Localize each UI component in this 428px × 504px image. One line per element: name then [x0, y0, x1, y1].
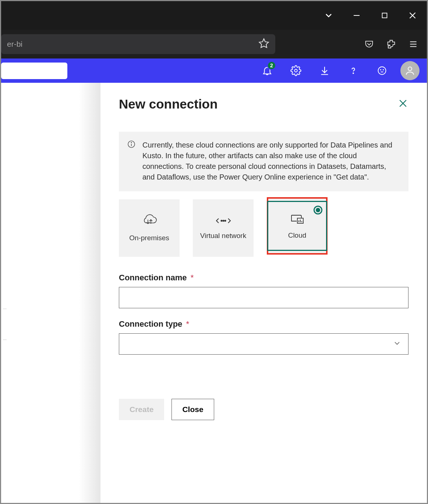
svg-point-8 — [294, 69, 297, 72]
browser-toolbar: er-bi — [1, 30, 427, 58]
window-close-button[interactable] — [402, 5, 423, 26]
search-input[interactable] — [1, 63, 67, 79]
help-button[interactable] — [343, 60, 364, 81]
browser-titlebar — [1, 1, 427, 30]
connection-type-group: Connection type * — [119, 319, 408, 355]
address-bar[interactable]: er-bi — [1, 34, 275, 54]
notification-badge: 2 — [267, 61, 276, 70]
svg-point-16 — [408, 67, 412, 71]
svg-point-12 — [378, 67, 386, 75]
svg-point-25 — [223, 220, 224, 221]
info-text: Currently, these cloud connections are o… — [142, 141, 392, 181]
tile-label: Cloud — [288, 231, 307, 240]
svg-point-11 — [353, 73, 354, 74]
virtual-network-icon — [215, 216, 232, 227]
new-connection-panel: New connection Currently, these cloud co… — [100, 83, 427, 503]
address-bar-text: er-bi — [7, 40, 258, 49]
window-maximize-button[interactable] — [374, 5, 395, 26]
connection-name-group: Connection name * — [119, 273, 408, 308]
connection-name-label: Connection name — [119, 273, 187, 282]
connection-name-input[interactable] — [119, 287, 408, 308]
connection-type-select[interactable] — [119, 333, 408, 355]
info-icon — [127, 140, 136, 152]
required-marker: * — [186, 319, 189, 329]
tile-virtual-network[interactable]: Virtual network — [193, 199, 254, 257]
close-button[interactable]: Close — [171, 399, 214, 420]
panel-actions: Create Close — [119, 399, 408, 420]
downloads-button[interactable] — [314, 60, 335, 81]
required-marker: * — [191, 273, 194, 282]
browser-menu-icon[interactable] — [404, 35, 422, 53]
create-button-label: Create — [130, 405, 153, 414]
app-frame: er-bi 2 — [0, 0, 428, 504]
account-avatar[interactable] — [400, 61, 420, 80]
extensions-icon[interactable] — [382, 35, 400, 53]
tab-dropdown-button[interactable] — [318, 5, 339, 26]
svg-point-14 — [383, 70, 383, 70]
window-minimize-button[interactable] — [346, 5, 367, 26]
svg-point-21 — [131, 142, 132, 143]
tile-label: Virtual network — [200, 231, 246, 240]
svg-point-13 — [381, 70, 381, 70]
panel-close-button[interactable] — [397, 98, 408, 110]
settings-button[interactable] — [286, 60, 306, 81]
svg-point-26 — [224, 220, 226, 221]
connection-type-tiles: On-premises Virtual network Cloud — [119, 199, 408, 257]
tile-label: On-premises — [129, 234, 169, 242]
content-area: New connection Currently, these cloud co… — [1, 83, 427, 503]
bookmark-star-icon[interactable] — [258, 38, 269, 51]
cloud-gateway-icon — [141, 214, 158, 229]
svg-marker-4 — [259, 39, 269, 47]
pocket-icon[interactable] — [360, 35, 378, 53]
svg-point-24 — [221, 220, 222, 221]
svg-rect-1 — [382, 13, 387, 18]
info-banner: Currently, these cloud connections are o… — [119, 132, 408, 191]
notifications-button[interactable]: 2 — [257, 60, 277, 81]
background-left-column — [1, 83, 100, 503]
create-button[interactable]: Create — [119, 399, 164, 420]
selected-indicator-icon — [314, 206, 322, 214]
tile-cloud[interactable]: Cloud — [267, 197, 328, 255]
panel-title: New connection — [119, 97, 217, 111]
cloud-dataset-icon — [289, 212, 305, 227]
close-button-label: Close — [182, 405, 203, 414]
chevron-down-icon — [393, 339, 402, 349]
tile-on-premises[interactable]: On-premises — [119, 199, 180, 257]
feedback-button[interactable] — [372, 60, 392, 81]
connection-type-label: Connection type — [119, 319, 182, 329]
app-header: 2 — [1, 58, 427, 83]
